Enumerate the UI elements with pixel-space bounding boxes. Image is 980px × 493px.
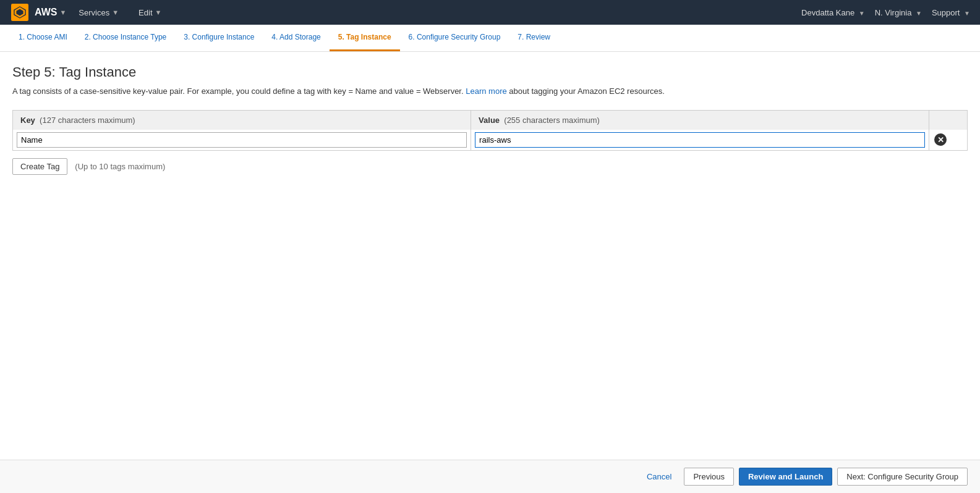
top-navigation: AWS ▼ Services ▼ Edit ▼ Devdatta Kane ▼ … [0,0,980,25]
wizard-step-6[interactable]: 6. Configure Security Group [400,25,509,51]
wizard-step-5[interactable]: 5. Tag Instance [330,25,400,51]
wizard-step-7[interactable]: 7. Review [509,25,559,51]
wizard-step-2[interactable]: 2. Choose Instance Type [76,25,176,51]
value-cell [471,130,929,151]
value-input[interactable] [475,132,925,148]
aws-brand-arrow[interactable]: ▼ [59,9,66,16]
tag-limit-hint: (Up to 10 tags maximum) [75,162,165,171]
create-tag-section: Create Tag (Up to 10 tags maximum) [12,158,968,175]
edit-nav-item[interactable]: Edit [138,8,152,17]
actions-column-header [929,110,968,130]
region-menu[interactable]: N. Virginia ▼ [875,8,922,17]
services-dropdown-arrow[interactable]: ▼ [112,9,119,16]
remove-tag-button[interactable]: ✕ [933,132,948,147]
description-suffix: about tagging your Amazon EC2 resources. [509,86,664,96]
services-nav-item[interactable]: Services [79,8,109,17]
support-menu[interactable]: Support ▼ [932,8,970,17]
learn-more-link[interactable]: Learn more [466,86,506,96]
description-text: A tag consists of a case-sensitive key-v… [12,86,464,96]
page-description: A tag consists of a case-sensitive key-v… [12,85,968,98]
wizard-steps-bar: 1. Choose AMI 2. Choose Instance Type 3.… [0,25,980,52]
user-menu[interactable]: Devdatta Kane ▼ [801,8,865,17]
support-label: Support [932,8,960,17]
support-dropdown-arrow: ▼ [964,10,970,17]
wizard-step-4[interactable]: 4. Add Storage [263,25,329,51]
main-content: Step 5: Tag Instance A tag consists of a… [0,52,980,187]
tag-table: Key (127 characters maximum) Value (255 … [12,110,968,151]
remove-icon: ✕ [934,133,947,146]
create-tag-button[interactable]: Create Tag [12,158,67,175]
key-input[interactable] [17,132,467,148]
user-dropdown-arrow: ▼ [859,10,865,17]
page-title: Step 5: Tag Instance [12,64,968,80]
aws-logo-icon[interactable] [10,2,30,22]
region-label: N. Virginia [875,8,912,17]
value-column-header: Value (255 characters maximum) [471,110,929,130]
key-cell [13,130,471,151]
table-row: ✕ [13,130,968,151]
edit-dropdown-arrow[interactable]: ▼ [155,9,162,16]
wizard-step-3[interactable]: 3. Configure Instance [175,25,263,51]
aws-brand-label[interactable]: AWS [35,7,57,18]
region-dropdown-arrow: ▼ [916,10,922,17]
table-header-row: Key (127 characters maximum) Value (255 … [13,110,968,130]
key-column-header: Key (127 characters maximum) [13,110,471,130]
wizard-step-1[interactable]: 1. Choose AMI [10,25,76,51]
user-name-label: Devdatta Kane [801,8,854,17]
nav-right-section: Devdatta Kane ▼ N. Virginia ▼ Support ▼ [801,8,970,17]
remove-cell: ✕ [929,130,968,151]
